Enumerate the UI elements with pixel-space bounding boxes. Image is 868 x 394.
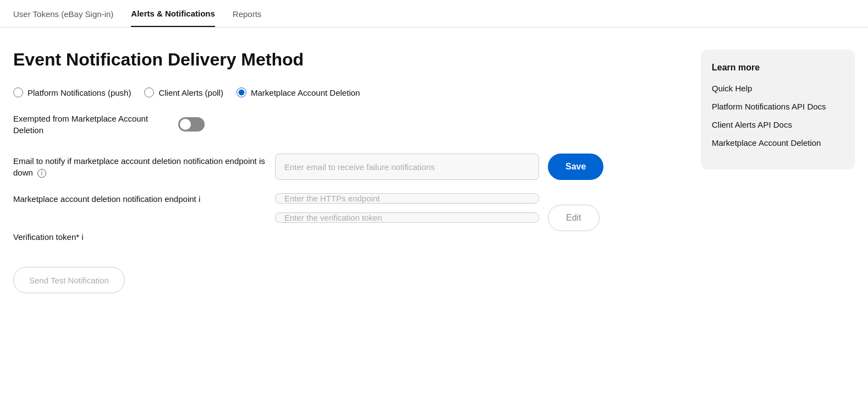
toggle-label: Exempted from Marketplace Account Deleti… <box>13 113 167 136</box>
token-label: Verification token* i <box>13 231 266 243</box>
endpoint-info-icon[interactable]: i <box>199 194 200 204</box>
email-row: Email to notify if marketplace account d… <box>13 154 679 180</box>
endpoint-input[interactable] <box>275 193 539 204</box>
endpoint-fields <box>275 193 539 223</box>
radio-platform-label: Platform Notifications (push) <box>28 88 131 97</box>
endpoint-label: Marketplace account deletion notificatio… <box>13 193 266 205</box>
page-title: Event Notification Delivery Method <box>13 50 679 70</box>
sidebar-title: Learn more <box>712 63 844 73</box>
token-info-icon[interactable]: i <box>81 232 83 242</box>
radio-marketplace-label: Marketplace Account Deletion <box>251 88 360 97</box>
save-button[interactable]: Save <box>548 154 603 180</box>
tab-user-tokens[interactable]: User Tokens (eBay Sign-in) <box>13 9 113 26</box>
edit-button[interactable]: Edit <box>548 205 600 231</box>
sidebar-link-marketplace-deletion[interactable]: Marketplace Account Deletion <box>712 138 844 147</box>
sidebar-link-client-api[interactable]: Client Alerts API Docs <box>712 120 844 129</box>
tab-reports[interactable]: Reports <box>233 9 262 26</box>
toggle-slider <box>178 117 205 132</box>
radio-client[interactable]: Client Alerts (poll) <box>144 87 223 97</box>
radio-marketplace[interactable]: Marketplace Account Deletion <box>237 87 360 97</box>
radio-platform[interactable]: Platform Notifications (push) <box>13 87 131 97</box>
radio-client-input[interactable] <box>144 87 154 97</box>
toggle-row: Exempted from Marketplace Account Deleti… <box>13 113 679 136</box>
radio-client-label: Client Alerts (poll) <box>158 88 223 97</box>
endpoint-labels: Marketplace account deletion notificatio… <box>13 193 266 243</box>
sidebar-link-platform-api[interactable]: Platform Notifications API Docs <box>712 102 844 111</box>
endpoint-section: Marketplace account deletion notificatio… <box>13 193 679 243</box>
main-layout: Event Notification Delivery Method Platf… <box>0 28 868 307</box>
email-label: Email to notify if marketplace account d… <box>13 155 266 178</box>
sidebar-link-quick-help[interactable]: Quick Help <box>712 84 844 93</box>
token-input[interactable] <box>275 212 539 223</box>
email-info-icon[interactable]: i <box>37 169 46 178</box>
toggle-switch[interactable] <box>178 117 205 132</box>
sidebar: Learn more Quick Help Platform Notificat… <box>701 50 855 169</box>
send-test-button[interactable]: Send Test Notification <box>13 267 125 293</box>
content-area: Event Notification Delivery Method Platf… <box>13 50 679 293</box>
required-asterisk: * <box>76 232 79 242</box>
email-input[interactable] <box>275 154 539 180</box>
radio-marketplace-input[interactable] <box>237 87 246 97</box>
tab-alerts-notifications[interactable]: Alerts & Notifications <box>131 9 215 27</box>
radio-platform-input[interactable] <box>13 87 23 97</box>
tab-bar: User Tokens (eBay Sign-in) Alerts & Noti… <box>0 0 868 28</box>
radio-group: Platform Notifications (push) Client Ale… <box>13 87 679 97</box>
